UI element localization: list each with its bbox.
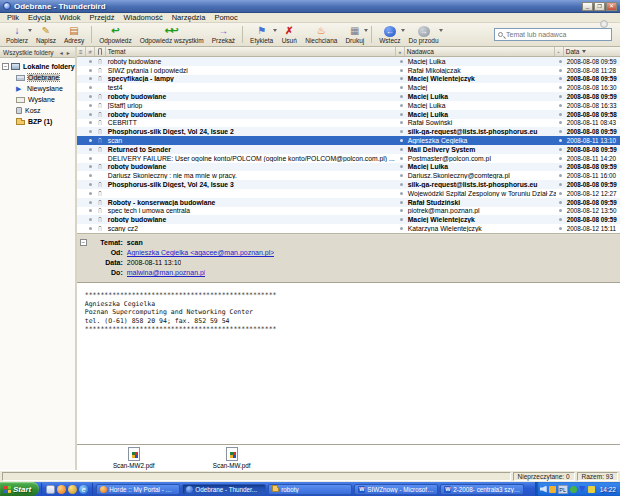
message-row[interactable]: roboty budowlane Maciej Lułka 2008-08-08… [77, 57, 620, 66]
message-row[interactable]: CEBRITT Rafał Sowiński 2008-08-11 08:43 [77, 119, 620, 128]
message-row[interactable]: roboty budowlane Maciej Lułka 2008-08-08… [77, 163, 620, 172]
network-icon[interactable] [579, 486, 586, 493]
toolbar-button-label: Do przodu [409, 37, 439, 45]
folder-item[interactable]: BZP (1) [2, 116, 75, 127]
quick-launch-icon[interactable] [79, 485, 88, 494]
message-row[interactable]: scany cz2 Katarzyna Wielentejczyk 2008-0… [77, 224, 620, 233]
toolbar-button[interactable]: Pobierz [2, 24, 32, 45]
toolbar-icon [257, 25, 266, 37]
search-input[interactable] [506, 31, 609, 38]
minimize-button[interactable] [582, 2, 593, 11]
quick-launch-icon[interactable] [57, 485, 66, 494]
volume-icon[interactable] [540, 486, 547, 493]
toolbar-button[interactable]: Etykieta [246, 24, 277, 45]
menu-item[interactable]: Przejdź [85, 13, 118, 22]
pane-back-icon[interactable] [58, 49, 65, 56]
menu-item[interactable]: Plik [3, 13, 23, 22]
flag-dot-icon [89, 157, 92, 160]
toolbar-button[interactable]: Wstecz [375, 24, 404, 45]
toolbar-button[interactable]: Adresy [60, 24, 88, 45]
collapse-header-icon[interactable] [80, 239, 87, 246]
menu-item[interactable]: Widok [56, 13, 85, 22]
menu-item[interactable]: Edycja [24, 13, 55, 22]
message-subject: spec tech i umowa centrala [106, 207, 397, 214]
read-column-header[interactable] [396, 47, 405, 56]
attachment-item[interactable]: Scan-MW2.pdf [99, 447, 169, 469]
message-row[interactable]: DELIVERY FAILURE: User ogolne konto/POLC… [77, 154, 620, 163]
quick-launch-icon[interactable] [46, 485, 55, 494]
pane-forward-icon[interactable] [65, 49, 72, 56]
tray-clock[interactable]: 14:22 [600, 486, 616, 493]
attachment-column-header[interactable] [95, 47, 106, 56]
notification-icon[interactable] [549, 486, 556, 493]
toolbar-button[interactable] [371, 26, 372, 43]
update-icon[interactable] [570, 486, 577, 493]
toolbar-button-label: Drukuj [345, 37, 364, 45]
folder-item[interactable]: Niewysłane [2, 83, 75, 94]
message-row[interactable]: specyfikacja - lampy Maciej Wielentejczy… [77, 75, 620, 84]
taskbar-button[interactable]: SIWZnowy - Microsoft ... [354, 484, 438, 495]
message-row[interactable]: Phosphorus-silk Digest, Vol 24, Issue 3 … [77, 180, 620, 189]
sender-column-header[interactable]: Nadawca [405, 47, 555, 56]
taskbar-button[interactable]: Horde :: My Portal - Mo... [96, 484, 180, 495]
to-link[interactable]: malwina@man.poznan.pl [127, 268, 206, 278]
folder-item[interactable]: Wysłane [2, 94, 75, 105]
toolbar-button[interactable]: Drukuj [341, 24, 368, 45]
message-row[interactable]: Dariusz Skonieczny : nie ma mnie w pracy… [77, 171, 620, 180]
message-row[interactable]: Wojewódzki Szpital Zespolony w Toruniu D… [77, 189, 620, 198]
message-date-value: 2008-08-11 13:10 [127, 258, 182, 268]
folder-item[interactable]: Lokalne foldery [2, 61, 75, 72]
toolbar-button[interactable]: Niechciana [301, 24, 341, 45]
taskbar-button[interactable]: roboty [268, 484, 352, 495]
language-indicator[interactable]: PL [558, 485, 568, 494]
messenger-icon[interactable] [588, 486, 595, 493]
message-row[interactable]: [Staff] urlop Maciej Lułka 2008-08-08 16… [77, 101, 620, 110]
menu-item[interactable]: Narzędzia [168, 13, 210, 22]
star-column-header[interactable] [86, 47, 95, 56]
message-sender: Maciej Lułka [406, 102, 556, 109]
dropdown-arrow-icon[interactable] [364, 29, 368, 32]
close-button[interactable] [606, 2, 617, 11]
message-row[interactable]: roboty budowlane Maciej Wielentejczyk 20… [77, 215, 620, 224]
message-row[interactable]: scan Agnieszka Cegielka 2008-08-11 13:10 [77, 136, 620, 145]
thread-column-header[interactable] [77, 47, 86, 56]
message-row[interactable]: Returned to Sender Mail Delivery System … [77, 145, 620, 154]
toolbar-button[interactable]: Usuń [277, 24, 301, 45]
start-button[interactable]: Start [0, 482, 39, 496]
menu-item[interactable]: Pomoc [210, 13, 241, 22]
dropdown-arrow-icon[interactable] [439, 29, 443, 32]
flag-dot-icon [89, 227, 92, 230]
flag-dot-icon [89, 218, 92, 221]
toolbar-button[interactable]: Odpowiedz [95, 24, 136, 45]
toolbar-button[interactable] [242, 26, 243, 43]
taskbar-button[interactable]: Odebrane - Thunder... [182, 484, 266, 495]
menu-item[interactable]: Wiadomość [119, 13, 166, 22]
toolbar-icon [317, 25, 326, 37]
folder-item[interactable]: Odebrane [2, 72, 75, 83]
quick-launch-icon[interactable] [68, 485, 77, 494]
toolbar-button[interactable]: Napisz [32, 24, 60, 45]
message-row[interactable]: roboty budowlane Maciej Lułka 2008-08-08… [77, 110, 620, 119]
task-label: Horde :: My Portal - Mo... [109, 486, 176, 493]
message-row[interactable]: Phosphorus-silk Digest, Vol 24, Issue 2 … [77, 127, 620, 136]
folder-item[interactable]: Kosz [2, 105, 75, 116]
message-row[interactable]: SIWZ pytania i odpowiedzi Rafał Mikołajc… [77, 66, 620, 75]
message-row[interactable]: roboty budowlane Maciej Lułka 2008-08-08… [77, 92, 620, 101]
junk-column-header[interactable] [555, 47, 564, 56]
date-column-header[interactable]: Data [564, 47, 620, 56]
junk-dot-icon [559, 69, 562, 72]
subject-column-header[interactable]: Temat [106, 47, 396, 56]
message-row[interactable]: spec tech i umowa centrala piotrek@man.p… [77, 207, 620, 216]
tree-expander-icon[interactable] [2, 63, 9, 70]
toolbar-button[interactable]: Przekaż [208, 24, 239, 45]
from-link[interactable]: Agnieszka Cegielka <agacee@man.poznan.pl… [127, 248, 275, 258]
toolbar-button[interactable] [91, 26, 92, 43]
message-row[interactable]: test4 Maciej 2008-08-08 16:30 [77, 83, 620, 92]
toolbar-button[interactable]: Do przodu [405, 24, 443, 45]
toolbar-button[interactable]: Odpowiedz wszystkim [136, 24, 208, 45]
taskbar-button[interactable]: 2-2008- centrala3 szyb... [440, 484, 524, 495]
maximize-button[interactable] [594, 2, 605, 11]
message-row[interactable]: Roboty - konserwacja budowlane Rafał Stu… [77, 198, 620, 207]
status-progress-area [2, 472, 511, 481]
attachment-item[interactable]: Scan-MW.pdf [197, 447, 267, 469]
